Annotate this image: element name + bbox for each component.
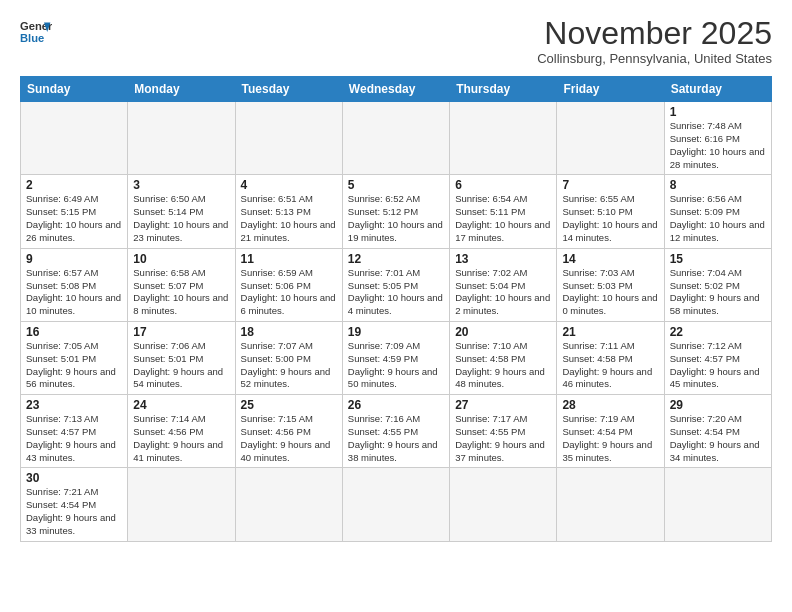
day-info: Sunrise: 6:55 AM Sunset: 5:10 PM Dayligh… [562, 193, 658, 244]
day-info: Sunrise: 7:19 AM Sunset: 4:54 PM Dayligh… [562, 413, 658, 464]
day-number: 5 [348, 178, 444, 192]
day-number: 20 [455, 325, 551, 339]
location-subtitle: Collinsburg, Pennsylvania, United States [537, 51, 772, 66]
day-number: 13 [455, 252, 551, 266]
day-number: 27 [455, 398, 551, 412]
table-row [21, 102, 128, 175]
day-info: Sunrise: 6:58 AM Sunset: 5:07 PM Dayligh… [133, 267, 229, 318]
day-info: Sunrise: 7:17 AM Sunset: 4:55 PM Dayligh… [455, 413, 551, 464]
table-row [235, 468, 342, 541]
table-row: 29Sunrise: 7:20 AM Sunset: 4:54 PM Dayli… [664, 395, 771, 468]
day-number: 9 [26, 252, 122, 266]
table-row: 24Sunrise: 7:14 AM Sunset: 4:56 PM Dayli… [128, 395, 235, 468]
table-row: 23Sunrise: 7:13 AM Sunset: 4:57 PM Dayli… [21, 395, 128, 468]
table-row: 4Sunrise: 6:51 AM Sunset: 5:13 PM Daylig… [235, 175, 342, 248]
table-row: 27Sunrise: 7:17 AM Sunset: 4:55 PM Dayli… [450, 395, 557, 468]
col-monday: Monday [128, 77, 235, 102]
month-title: November 2025 [537, 16, 772, 51]
table-row [128, 468, 235, 541]
table-row: 12Sunrise: 7:01 AM Sunset: 5:05 PM Dayli… [342, 248, 449, 321]
table-row [557, 468, 664, 541]
table-row [450, 102, 557, 175]
table-row: 16Sunrise: 7:05 AM Sunset: 5:01 PM Dayli… [21, 321, 128, 394]
day-number: 15 [670, 252, 766, 266]
day-number: 16 [26, 325, 122, 339]
day-info: Sunrise: 7:01 AM Sunset: 5:05 PM Dayligh… [348, 267, 444, 318]
table-row [664, 468, 771, 541]
table-row: 17Sunrise: 7:06 AM Sunset: 5:01 PM Dayli… [128, 321, 235, 394]
day-info: Sunrise: 7:20 AM Sunset: 4:54 PM Dayligh… [670, 413, 766, 464]
table-row: 22Sunrise: 7:12 AM Sunset: 4:57 PM Dayli… [664, 321, 771, 394]
day-number: 23 [26, 398, 122, 412]
table-row [342, 102, 449, 175]
table-row: 30Sunrise: 7:21 AM Sunset: 4:54 PM Dayli… [21, 468, 128, 541]
table-row [450, 468, 557, 541]
day-info: Sunrise: 7:21 AM Sunset: 4:54 PM Dayligh… [26, 486, 122, 537]
day-info: Sunrise: 6:54 AM Sunset: 5:11 PM Dayligh… [455, 193, 551, 244]
day-number: 17 [133, 325, 229, 339]
day-info: Sunrise: 7:11 AM Sunset: 4:58 PM Dayligh… [562, 340, 658, 391]
col-tuesday: Tuesday [235, 77, 342, 102]
day-info: Sunrise: 7:05 AM Sunset: 5:01 PM Dayligh… [26, 340, 122, 391]
day-number: 21 [562, 325, 658, 339]
calendar-table: Sunday Monday Tuesday Wednesday Thursday… [20, 76, 772, 542]
day-number: 4 [241, 178, 337, 192]
day-info: Sunrise: 6:52 AM Sunset: 5:12 PM Dayligh… [348, 193, 444, 244]
table-row: 15Sunrise: 7:04 AM Sunset: 5:02 PM Dayli… [664, 248, 771, 321]
day-number: 3 [133, 178, 229, 192]
day-number: 26 [348, 398, 444, 412]
table-row: 3Sunrise: 6:50 AM Sunset: 5:14 PM Daylig… [128, 175, 235, 248]
table-row: 5Sunrise: 6:52 AM Sunset: 5:12 PM Daylig… [342, 175, 449, 248]
logo: General Blue [20, 16, 52, 48]
day-number: 12 [348, 252, 444, 266]
title-block: November 2025 Collinsburg, Pennsylvania,… [537, 16, 772, 66]
table-row: 18Sunrise: 7:07 AM Sunset: 5:00 PM Dayli… [235, 321, 342, 394]
table-row: 2Sunrise: 6:49 AM Sunset: 5:15 PM Daylig… [21, 175, 128, 248]
day-info: Sunrise: 7:03 AM Sunset: 5:03 PM Dayligh… [562, 267, 658, 318]
day-number: 22 [670, 325, 766, 339]
day-info: Sunrise: 7:10 AM Sunset: 4:58 PM Dayligh… [455, 340, 551, 391]
table-row [128, 102, 235, 175]
day-info: Sunrise: 6:51 AM Sunset: 5:13 PM Dayligh… [241, 193, 337, 244]
day-number: 7 [562, 178, 658, 192]
table-row: 6Sunrise: 6:54 AM Sunset: 5:11 PM Daylig… [450, 175, 557, 248]
day-number: 28 [562, 398, 658, 412]
page-header: General Blue November 2025 Collinsburg, … [20, 16, 772, 66]
day-info: Sunrise: 7:12 AM Sunset: 4:57 PM Dayligh… [670, 340, 766, 391]
day-number: 25 [241, 398, 337, 412]
table-row: 1Sunrise: 7:48 AM Sunset: 6:16 PM Daylig… [664, 102, 771, 175]
col-friday: Friday [557, 77, 664, 102]
table-row: 21Sunrise: 7:11 AM Sunset: 4:58 PM Dayli… [557, 321, 664, 394]
table-row: 10Sunrise: 6:58 AM Sunset: 5:07 PM Dayli… [128, 248, 235, 321]
table-row: 8Sunrise: 6:56 AM Sunset: 5:09 PM Daylig… [664, 175, 771, 248]
day-info: Sunrise: 7:07 AM Sunset: 5:00 PM Dayligh… [241, 340, 337, 391]
day-number: 11 [241, 252, 337, 266]
day-number: 8 [670, 178, 766, 192]
day-info: Sunrise: 6:50 AM Sunset: 5:14 PM Dayligh… [133, 193, 229, 244]
day-info: Sunrise: 6:59 AM Sunset: 5:06 PM Dayligh… [241, 267, 337, 318]
table-row [235, 102, 342, 175]
day-number: 29 [670, 398, 766, 412]
day-info: Sunrise: 7:04 AM Sunset: 5:02 PM Dayligh… [670, 267, 766, 318]
day-info: Sunrise: 7:15 AM Sunset: 4:56 PM Dayligh… [241, 413, 337, 464]
col-thursday: Thursday [450, 77, 557, 102]
table-row [557, 102, 664, 175]
svg-text:Blue: Blue [20, 32, 44, 44]
day-number: 1 [670, 105, 766, 119]
day-info: Sunrise: 7:48 AM Sunset: 6:16 PM Dayligh… [670, 120, 766, 171]
logo-icon: General Blue [20, 16, 52, 48]
day-number: 10 [133, 252, 229, 266]
day-number: 14 [562, 252, 658, 266]
table-row: 9Sunrise: 6:57 AM Sunset: 5:08 PM Daylig… [21, 248, 128, 321]
day-info: Sunrise: 7:13 AM Sunset: 4:57 PM Dayligh… [26, 413, 122, 464]
col-sunday: Sunday [21, 77, 128, 102]
table-row: 19Sunrise: 7:09 AM Sunset: 4:59 PM Dayli… [342, 321, 449, 394]
day-info: Sunrise: 6:49 AM Sunset: 5:15 PM Dayligh… [26, 193, 122, 244]
table-row: 11Sunrise: 6:59 AM Sunset: 5:06 PM Dayli… [235, 248, 342, 321]
day-number: 19 [348, 325, 444, 339]
table-row: 25Sunrise: 7:15 AM Sunset: 4:56 PM Dayli… [235, 395, 342, 468]
table-row [342, 468, 449, 541]
day-info: Sunrise: 7:14 AM Sunset: 4:56 PM Dayligh… [133, 413, 229, 464]
table-row: 28Sunrise: 7:19 AM Sunset: 4:54 PM Dayli… [557, 395, 664, 468]
calendar-header-row: Sunday Monday Tuesday Wednesday Thursday… [21, 77, 772, 102]
